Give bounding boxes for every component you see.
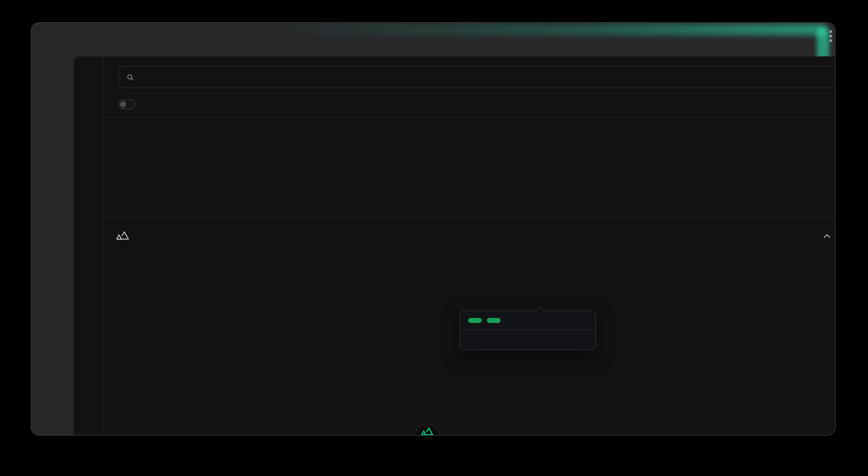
frame-glow-top: [273, 24, 827, 35]
collapse-section-button[interactable]: [822, 230, 834, 243]
sidebar: [74, 57, 103, 436]
composable-popup: [460, 311, 596, 350]
devtools-frame: [31, 22, 836, 436]
source-button[interactable]: [487, 318, 501, 323]
frame-resize-handle[interactable]: [828, 30, 833, 42]
devtools-panel: [73, 56, 836, 436]
search-input[interactable]: [118, 66, 836, 88]
screenshot-stage: [0, 0, 868, 476]
chevron-up-icon: [822, 230, 833, 242]
search-icon: [126, 72, 135, 82]
nuxt-icon: [421, 427, 433, 436]
nuxt-gray-icon: [116, 229, 130, 246]
show-used-only-toggle[interactable]: [118, 99, 135, 109]
copy-button[interactable]: [468, 318, 482, 323]
main-content: [103, 57, 836, 436]
divider: [103, 117, 836, 118]
divider: [103, 218, 836, 218]
